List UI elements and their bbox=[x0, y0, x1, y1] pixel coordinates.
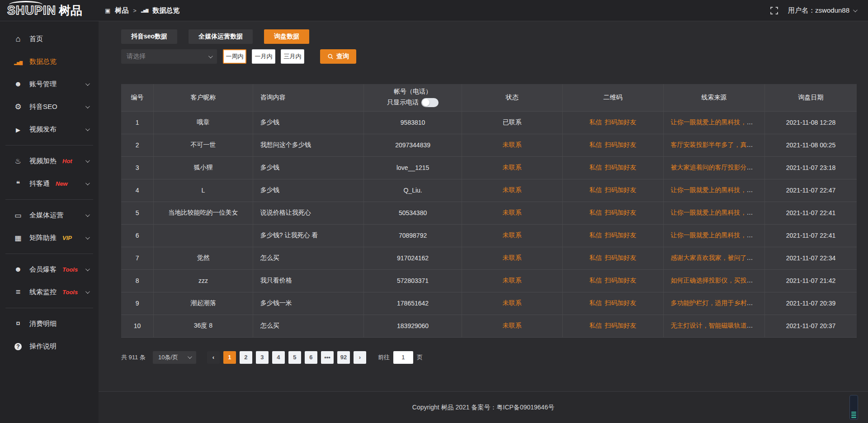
cell-nickname: 哦章 bbox=[154, 111, 253, 134]
cell-qrcode: 私信 扫码加好友 bbox=[562, 179, 663, 202]
cell-date: 2021-11-07 23:18 bbox=[765, 156, 857, 179]
fullscreen-icon[interactable] bbox=[770, 7, 778, 14]
sidebar-item[interactable]: 全媒体运营 bbox=[0, 204, 99, 226]
cell-no: 5 bbox=[121, 202, 154, 224]
lead-source-link[interactable]: 无主灯设计，智能磁吸轨道灯... bbox=[671, 322, 759, 329]
private-message-link[interactable]: 私信 bbox=[590, 231, 602, 240]
goto-page-input[interactable] bbox=[393, 351, 413, 364]
user-menu[interactable]: 用户名：zswodun88 bbox=[788, 6, 856, 15]
cell-content: 怎么买 bbox=[253, 315, 364, 337]
scan-add-friend-link[interactable]: 扫码加好友 bbox=[605, 141, 637, 149]
sidebar-item[interactable]: 操作说明 bbox=[0, 335, 99, 357]
cell-account: Q_Liu. bbox=[364, 179, 462, 202]
sidebar-item[interactable]: 首页 bbox=[0, 28, 99, 50]
private-message-link[interactable]: 私信 bbox=[590, 209, 602, 217]
date-range-button[interactable]: 三月内 bbox=[281, 49, 304, 64]
lead-source-link[interactable]: 感谢大家喜欢我家，被问了好... bbox=[671, 254, 759, 261]
header-qrcode: 二维码 bbox=[562, 84, 663, 111]
cell-nickname: zzz bbox=[154, 269, 253, 292]
next-page-button[interactable]: › bbox=[354, 351, 366, 364]
private-message-link[interactable]: 私信 bbox=[590, 254, 602, 262]
scan-add-friend-link[interactable]: 扫码加好友 bbox=[605, 209, 637, 217]
lead-source-link[interactable]: 如何正确选择投影仪，买投影... bbox=[671, 277, 759, 284]
sidebar-item[interactable]: 抖客通 New bbox=[0, 172, 99, 195]
account-filter-select[interactable]: 请选择 bbox=[121, 49, 217, 64]
scan-add-friend-link[interactable]: 扫码加好友 bbox=[605, 322, 637, 330]
lead-source-link[interactable]: 让你一眼就爱上的黑科技，能... bbox=[671, 186, 759, 193]
page-number-button[interactable]: ••• bbox=[321, 351, 334, 364]
sidebar-item-label: 数据总览 bbox=[29, 57, 57, 66]
cell-nickname: L bbox=[154, 179, 253, 202]
page-number-button[interactable]: 3 bbox=[256, 351, 269, 364]
lead-source-link[interactable]: 让你一眼就爱上的黑科技，能... bbox=[671, 209, 759, 216]
lead-source-link[interactable]: 让你一眼就爱上的黑科技，能... bbox=[671, 231, 759, 239]
private-message-link[interactable]: 私信 bbox=[590, 164, 602, 172]
private-message-link[interactable]: 私信 bbox=[590, 186, 602, 194]
prev-page-button[interactable]: ‹ bbox=[207, 351, 220, 364]
sidebar-item[interactable]: 抖音SEO bbox=[0, 95, 99, 118]
sidebar-item-label: 首页 bbox=[29, 35, 43, 43]
cell-account: love__1215 bbox=[364, 156, 462, 179]
search-button[interactable]: 查询 bbox=[320, 49, 356, 64]
sidebar-item[interactable]: 会员爆客 Tools bbox=[0, 258, 99, 281]
breadcrumb-root[interactable]: 树品 bbox=[115, 6, 128, 15]
cell-status: 已联系 bbox=[462, 111, 562, 134]
scan-add-friend-link[interactable]: 扫码加好友 bbox=[605, 118, 637, 127]
page-footer: Copyright 树品 2021 备案号：粤ICP备09019646号 bbox=[99, 391, 868, 423]
scan-add-friend-link[interactable]: 扫码加好友 bbox=[605, 231, 637, 240]
cell-status: 未联系 bbox=[462, 156, 562, 179]
home-icon bbox=[14, 34, 23, 44]
page-number-button[interactable]: 2 bbox=[240, 351, 252, 364]
phone-only-toggle[interactable] bbox=[421, 98, 439, 107]
sidebar-item[interactable]: 视频加热 Hot bbox=[0, 150, 99, 172]
shell: 首页 数据总览 账号管理 抖音SEO bbox=[0, 21, 868, 423]
page-number-button[interactable]: 92 bbox=[337, 351, 350, 364]
private-message-link[interactable]: 私信 bbox=[590, 299, 602, 307]
table-row: 5 当地比较能吃的一位美女 说说价格让我死心 50534380 未联系 私信 扫… bbox=[121, 202, 857, 224]
sidebar-item[interactable]: 视频发布 bbox=[0, 118, 99, 141]
cell-content: 我想问这个多少钱 bbox=[253, 134, 364, 156]
table-row: 2 不可一世 我想问这个多少钱 2097344839 未联系 私信 扫码加好友 bbox=[121, 134, 857, 156]
private-message-link[interactable]: 私信 bbox=[590, 322, 602, 330]
cell-content: 多少钱 bbox=[253, 179, 364, 202]
video-heat-icon bbox=[14, 157, 23, 165]
tab-button[interactable]: 询盘数据 bbox=[264, 29, 309, 44]
sidebar-item[interactable]: 线索监控 Tools bbox=[0, 281, 99, 303]
username-label: 用户名：zswodun88 bbox=[788, 6, 849, 15]
lead-source-link[interactable]: 让你一眼就爱上的黑科技，能... bbox=[671, 118, 759, 126]
page-number-button[interactable]: 1 bbox=[223, 351, 236, 364]
sidebar-item-label: 抖音SEO bbox=[29, 103, 57, 111]
date-range-button[interactable]: 一周内 bbox=[223, 49, 246, 64]
floating-widget[interactable] bbox=[849, 395, 858, 420]
date-range-button[interactable]: 一月内 bbox=[252, 49, 275, 64]
scan-add-friend-link[interactable]: 扫码加好友 bbox=[605, 186, 637, 194]
lead-source-link[interactable]: 客厅安装投影半年多了，真实... bbox=[671, 141, 759, 148]
lead-source-link[interactable]: 多功能护栏灯，适用于乡村文... bbox=[671, 299, 759, 306]
copyright-text: Copyright 树品 2021 备案号：粤ICP备09019646号 bbox=[412, 404, 554, 411]
sidebar-item[interactable]: 矩阵助推 VIP bbox=[0, 226, 99, 249]
page-number-button[interactable]: 4 bbox=[272, 351, 285, 364]
sidebar-item[interactable]: 消费明细 bbox=[0, 312, 99, 335]
private-message-link[interactable]: 私信 bbox=[590, 277, 602, 285]
scan-add-friend-link[interactable]: 扫码加好友 bbox=[605, 164, 637, 172]
tab-button[interactable]: 全媒体运营数据 bbox=[189, 29, 253, 44]
sidebar-item[interactable]: 账号管理 bbox=[0, 73, 99, 95]
scan-add-friend-link[interactable]: 扫码加好友 bbox=[605, 254, 637, 262]
sidebar-item[interactable]: 数据总览 bbox=[0, 50, 99, 73]
page-list: 123456•••92 bbox=[223, 351, 350, 364]
scan-add-friend-link[interactable]: 扫码加好友 bbox=[605, 299, 637, 307]
page-size-select[interactable]: 10条/页 bbox=[153, 351, 196, 364]
lead-source-link[interactable]: 被大家追着问的客厅投影分享... bbox=[671, 164, 759, 171]
chat-bubble-icon bbox=[14, 179, 23, 188]
cell-account: 2097344839 bbox=[364, 134, 462, 156]
tab-button[interactable]: 抖音seo数据 bbox=[121, 29, 177, 44]
member-icon bbox=[14, 265, 23, 273]
private-message-link[interactable]: 私信 bbox=[590, 118, 602, 127]
scan-add-friend-link[interactable]: 扫码加好友 bbox=[605, 277, 637, 285]
cell-qrcode: 私信 扫码加好友 bbox=[562, 292, 663, 315]
cell-date: 2021-11-07 22:34 bbox=[765, 247, 857, 269]
private-message-link[interactable]: 私信 bbox=[590, 141, 602, 149]
page-number-button[interactable]: 5 bbox=[288, 351, 301, 364]
page-number-button[interactable]: 6 bbox=[305, 351, 317, 364]
sidebar-item-label: 全媒体运营 bbox=[29, 211, 63, 220]
